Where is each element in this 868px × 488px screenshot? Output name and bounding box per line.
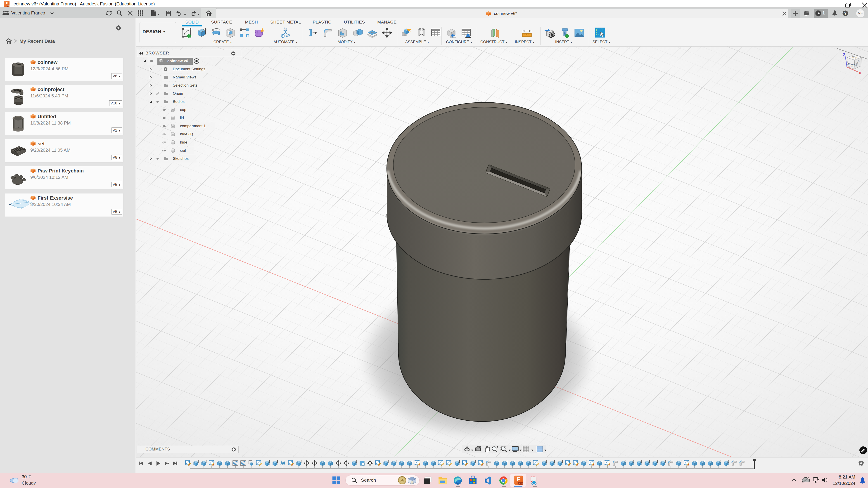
svg-text:FUS: FUS [7, 5, 10, 7]
svg-text:F: F [5, 1, 7, 5]
svg-text:FUS: FUS [519, 482, 523, 485]
svg-text:?: ? [844, 11, 846, 15]
svg-text:Z: Z [843, 53, 845, 57]
svg-text:F: F [517, 476, 520, 482]
svg-text:X: X [859, 71, 861, 75]
